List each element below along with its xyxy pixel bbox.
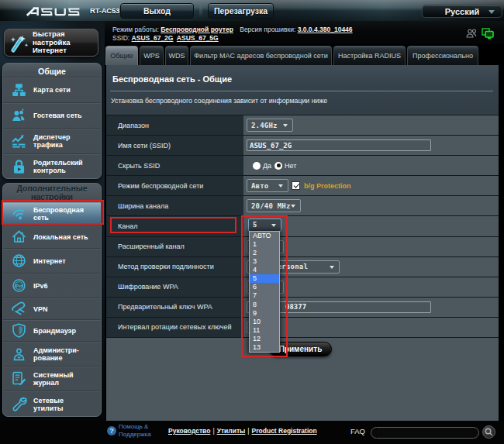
sidebar-item-label: Брандмауэр [33, 327, 76, 335]
ssid-line: SSID: ASUS_67_2G ASUS_67_5G [112, 34, 220, 42]
firmware-link[interactable]: 3.0.0.4.380_10446 [298, 26, 353, 33]
tab-2[interactable]: WDS [165, 46, 188, 65]
firewall-icon [11, 322, 27, 339]
faq-search-input[interactable] [371, 427, 479, 439]
row-value: 20/40 MHz [243, 196, 499, 215]
utilities-link[interactable]: Утилиты [217, 427, 246, 435]
sidebar-item-label: Интернет [33, 257, 66, 265]
operation-mode-line: Режим работы: Беспроводной роутер Версия… [112, 26, 354, 33]
bg-protection-checkbox[interactable] [292, 181, 300, 190]
select-0[interactable]: 2.4GHz [247, 119, 293, 132]
chevron-down-icon [330, 266, 334, 269]
vpn-icon [11, 301, 27, 317]
sidebar-item-network-tools[interactable]: Сетевыеутилиты [3, 391, 101, 417]
row-label: Ширина канала [106, 196, 243, 215]
ssid-2g-link[interactable]: ASUS_67_2G [132, 34, 174, 42]
bg-protection-label: b/g Protection [304, 182, 351, 190]
help-support-link[interactable]: Помощь &Поддержка [119, 423, 151, 439]
sidebar-item-network-map[interactable]: Карта сети [3, 77, 101, 102]
tab-3[interactable]: Фильтр MAC адресов беспроводной сети [190, 46, 332, 65]
input-1[interactable]: ASUS_67_2G [247, 139, 431, 151]
wired-clients-icon[interactable] [482, 28, 495, 40]
sidebar-item-label: Гостевая сеть [33, 112, 81, 119]
row-value: Автоb/g Protection [243, 176, 499, 195]
tab-5[interactable]: Профессионально [407, 46, 478, 65]
sidebar-section-0: ОбщиеКарта сетиГостевая сетьДиспетчертра… [2, 63, 102, 179]
sidebar-item-parental-control[interactable]: Родительскийконтроль [3, 153, 101, 179]
tab-4[interactable]: Настройка RADIUS [333, 46, 406, 65]
product-registration-link[interactable]: Product Registration [252, 427, 317, 435]
search-icon[interactable] [482, 425, 495, 439]
chevron-down-icon [291, 205, 295, 208]
sidebar-item-label: Диспетчертрафика [33, 133, 70, 149]
magic-wand-icon [8, 31, 29, 54]
tab-0[interactable]: Общие [105, 46, 138, 65]
title-divider [110, 91, 493, 91]
chevron-down-icon [488, 10, 495, 14]
sidebar-item-vpn[interactable]: VPN [3, 298, 101, 319]
sidebar-section-title: Общие [3, 64, 101, 77]
svg-text:IPv6: IPv6 [15, 284, 24, 288]
reboot-button[interactable]: Перезагрузка [208, 3, 274, 19]
sidebar-item-label: Локальная сеть [33, 233, 88, 241]
sidebar-item-label: Сетевыеутилиты [33, 397, 64, 412]
sidebar-item-label: VPN [33, 305, 48, 313]
footer-links: Руководство|Утилиты|Product Registration [168, 427, 317, 435]
mode-label: Режим работы: [112, 26, 159, 33]
radio-label: Нет [285, 162, 296, 170]
help-text-line: Поддержка [119, 431, 151, 439]
clients-icon[interactable] [466, 29, 478, 39]
system-log-icon [11, 370, 27, 387]
sidebar-item-administration[interactable]: Администри-рование [3, 341, 101, 366]
faq-label: FAQ [350, 427, 365, 435]
sidebar-item-label: Карта сети [33, 86, 71, 94]
select-3[interactable]: Авто [247, 179, 288, 192]
sidebar-item-wan[interactable]: Интернет [3, 248, 101, 273]
radio-Нет[interactable] [274, 162, 282, 170]
row-label: Скрыть SSID [106, 156, 243, 175]
sidebar-item-traffic-manager[interactable]: Диспетчертрафика [3, 128, 101, 153]
radio-Да[interactable] [253, 162, 261, 170]
annotation-rect-channel-dropdown [241, 215, 288, 357]
sidebar-item-system-log[interactable]: Системныйжурнал [3, 366, 101, 391]
guest-network-icon [11, 108, 27, 124]
quick-setup-line: Интернет [33, 46, 70, 55]
row-value: ASUS_67_2G [243, 136, 499, 155]
page-description: Установка беспроводного соединения завис… [111, 97, 327, 105]
ssid-5g-link[interactable]: ASUS_67_5G [177, 34, 219, 42]
router-model: RT-AC53 [90, 6, 119, 15]
logout-button[interactable]: Выход [120, 3, 194, 19]
network-tools-icon [11, 396, 27, 412]
sidebar-item-guest-network[interactable]: Гостевая сеть [3, 102, 101, 128]
manual-link[interactable]: Руководство [168, 427, 210, 435]
page-title: Беспроводная сеть - Общие [112, 74, 232, 84]
quick-setup-label: БыстраянастройкаИнтернет [33, 30, 70, 55]
language-value: Русский [445, 7, 479, 16]
lan-icon [11, 229, 27, 245]
sidebar-item-label: Системныйжурнал [33, 371, 74, 387]
link-separator: | [210, 427, 216, 435]
tab-1[interactable]: WPS [140, 46, 164, 65]
sidebar-item-lan[interactable]: Локальная сеть [3, 225, 101, 248]
wan-icon [11, 253, 27, 269]
language-select[interactable]: Русский [422, 5, 502, 18]
magnifier-glyph [483, 426, 495, 438]
select-value: 2.4GHz [251, 122, 278, 129]
network-map-icon [11, 82, 27, 98]
form-row-1: Имя сети (SSID)ASUS_67_2G [106, 136, 499, 156]
select-value: 20/40 MHz [251, 202, 291, 210]
mode-link[interactable]: Беспроводной роутер [161, 26, 233, 33]
form-row-10: Интервал ротации сетевых ключей [106, 318, 499, 338]
sidebar-item-label: Родительскийконтроль [33, 159, 83, 174]
sidebar-item-ipv6[interactable]: IPv6IPv6 [3, 273, 101, 298]
row-value: 2.4GHz [243, 115, 499, 135]
help-icon[interactable]: ? [107, 426, 116, 435]
content-panel: Беспроводная сеть - Общие Установка бесп… [106, 65, 499, 421]
row-label: Предварительный ключ WPA [106, 298, 243, 317]
sidebar-item-firewall[interactable]: Брандмауэр [3, 319, 101, 341]
form-row-4: Ширина канала20/40 MHz [106, 196, 499, 216]
administration-icon [11, 346, 27, 362]
select-4[interactable]: 20/40 MHz [247, 199, 301, 212]
row-label: Шифрование WPA [106, 277, 243, 297]
quick-setup-button[interactable]: БыстраянастройкаИнтернет [4, 29, 98, 57]
